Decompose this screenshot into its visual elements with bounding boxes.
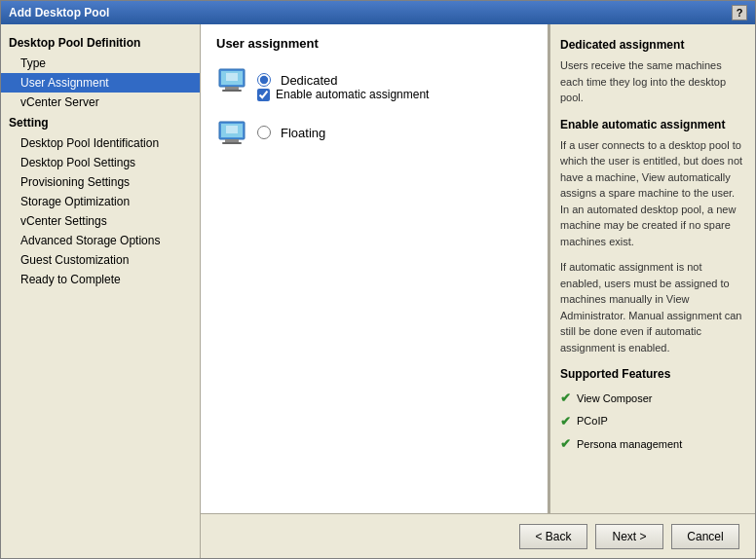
floating-row: Floating (216, 117, 532, 148)
form-area: User assignment (201, 24, 548, 513)
svg-rect-3 (222, 90, 242, 92)
sidebar-definition-header: Desktop Pool Definition (1, 32, 200, 54)
dedicated-info-title: Dedicated assignment (560, 36, 745, 54)
dedicated-icon (216, 64, 247, 95)
sidebar-item-ready[interactable]: Ready to Complete (1, 270, 200, 289)
footer: < Back Next > Cancel (201, 513, 755, 558)
svg-rect-9 (226, 126, 238, 133)
floating-icon (216, 117, 247, 148)
dedicated-radio[interactable] (257, 73, 271, 87)
sidebar-item-storage[interactable]: Storage Optimization (1, 192, 200, 211)
feature-persona: ✔ Persona management (560, 432, 745, 456)
sidebar-item-vcenter-server[interactable]: vCenter Server (1, 93, 200, 112)
features-section: Supported Features ✔ View Composer ✔ PCo… (560, 365, 745, 456)
sidebar-item-user-assignment[interactable]: User Assignment (1, 73, 200, 93)
sidebar-item-provisioning[interactable]: Provisioning Settings (1, 172, 200, 192)
svg-rect-4 (226, 73, 238, 81)
feature-list: ✔ View Composer ✔ PCoIP ✔ Persona manage… (560, 387, 745, 456)
titlebar: Add Desktop Pool ? (1, 1, 755, 24)
next-button[interactable]: Next > (595, 524, 663, 549)
enable-auto-checkbox[interactable] (257, 89, 270, 101)
sidebar-item-vcenter-settings[interactable]: vCenter Settings (1, 211, 200, 231)
auto-info-section2: If automatic assignment is not enabled, … (560, 259, 745, 355)
checkmark-icon: ✔ (560, 389, 571, 408)
features-title: Supported Features (560, 365, 745, 383)
checkmark-icon-2: ✔ (560, 412, 571, 431)
cancel-button[interactable]: Cancel (671, 524, 739, 549)
floating-radio[interactable] (257, 126, 271, 139)
radio-group: Dedicated Enable automatic assignment (216, 64, 532, 148)
window: Add Desktop Pool ? Desktop Pool Definiti… (0, 0, 756, 559)
auto-info-text2: If automatic assignment is not enabled, … (560, 259, 745, 355)
floating-label: Floating (281, 126, 325, 140)
sidebar-item-advanced-storage[interactable]: Advanced Storage Options (1, 231, 200, 250)
auto-assign-row: Enable automatic assignment (257, 88, 532, 101)
auto-info-text1: If a user connects to a desktop pool to … (560, 137, 745, 250)
auto-info-title: Enable automatic assignment (560, 116, 745, 133)
svg-rect-2 (225, 87, 239, 90)
sidebar-item-type[interactable]: Type (1, 54, 200, 73)
help-button[interactable]: ? (732, 5, 747, 20)
window-title: Add Desktop Pool (9, 6, 109, 19)
main-area: User assignment (201, 24, 755, 558)
feature-label-pcoip: PCoIP (577, 413, 608, 429)
feature-label-persona: Persona management (577, 436, 682, 453)
back-button[interactable]: < Back (519, 524, 587, 549)
info-panel: Dedicated assignment Users receive the s… (550, 24, 755, 513)
feature-pcoip: ✔ PCoIP (560, 410, 745, 433)
feature-label-view-composer: View Composer (577, 391, 652, 407)
svg-rect-7 (225, 139, 239, 142)
feature-view-composer: ✔ View Composer (560, 387, 745, 410)
dedicated-info-section: Dedicated assignment Users receive the s… (560, 36, 745, 106)
sidebar: Desktop Pool Definition Type User Assign… (1, 24, 201, 558)
svg-rect-8 (222, 142, 242, 144)
auto-info-section: Enable automatic assignment If a user co… (560, 116, 745, 250)
checkmark-icon-3: ✔ (560, 434, 571, 454)
dedicated-label: Dedicated (281, 73, 338, 88)
sidebar-setting-header: Setting (1, 112, 200, 133)
enable-auto-label: Enable automatic assignment (276, 88, 429, 101)
form-title: User assignment (216, 36, 532, 51)
sidebar-item-pool-settings[interactable]: Desktop Pool Settings (1, 153, 200, 172)
sidebar-item-guest-customization[interactable]: Guest Customization (1, 250, 200, 270)
dedicated-info-text: Users receive the same machines each tim… (560, 57, 745, 106)
sidebar-item-pool-id[interactable]: Desktop Pool Identification (1, 133, 200, 153)
